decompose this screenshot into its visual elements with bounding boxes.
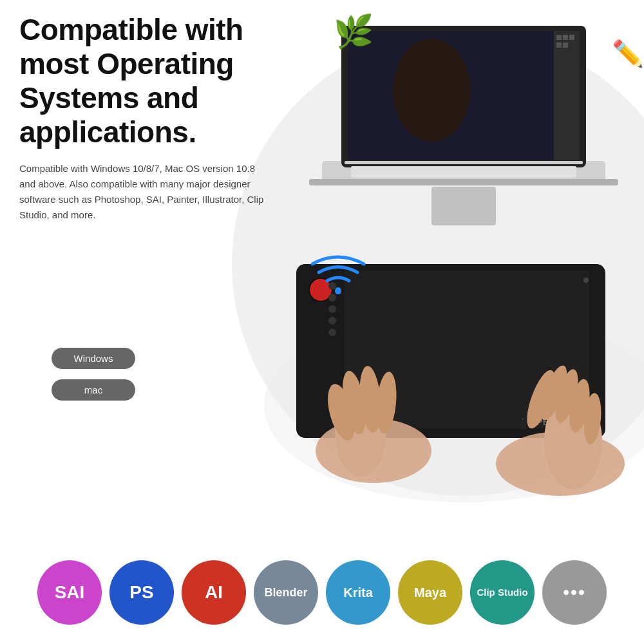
- mac-badge: mac: [52, 379, 135, 401]
- svg-rect-24: [328, 328, 336, 336]
- software-icons-row: SAI PS AI Blender Krita Maya Clip Studio…: [0, 560, 644, 625]
- svg-rect-14: [351, 166, 576, 178]
- more-icon: •••: [542, 560, 607, 625]
- sai-icon: SAI: [37, 560, 102, 625]
- page-wrapper: Compatible with most Operating Systems a…: [0, 0, 644, 644]
- svg-rect-22: [328, 305, 336, 313]
- svg-rect-8: [556, 35, 562, 40]
- svg-point-27: [583, 278, 589, 283]
- ps-icon: PS: [109, 560, 174, 625]
- wifi-icon: [309, 251, 367, 299]
- svg-rect-9: [563, 35, 568, 40]
- svg-rect-12: [563, 43, 568, 48]
- pencils-decoration: ✏️: [612, 39, 644, 69]
- svg-rect-23: [328, 317, 336, 325]
- svg-rect-11: [556, 43, 562, 48]
- svg-rect-10: [569, 35, 574, 40]
- ai-icon: AI: [182, 560, 246, 625]
- svg-rect-13: [345, 161, 583, 164]
- description-block: Compatible with Windows 10/8/7, Mac OS v…: [19, 161, 264, 223]
- svg-rect-1: [309, 179, 618, 185]
- description-text: Compatible with Windows 10/8/7, Mac OS v…: [19, 161, 264, 223]
- heading-block: Compatible with most Operating Systems a…: [19, 13, 316, 149]
- windows-badge: Windows: [52, 348, 135, 369]
- tablet-image: XP-PEN: [245, 213, 644, 509]
- blender-icon: Blender: [254, 560, 318, 625]
- plant-decoration: 🌿: [334, 13, 374, 50]
- svg-rect-7: [554, 31, 580, 160]
- krita-icon: Krita: [326, 560, 390, 625]
- svg-point-4: [393, 39, 470, 142]
- maya-icon: Maya: [398, 560, 462, 625]
- main-title: Compatible with most Operating Systems a…: [19, 13, 316, 149]
- svg-point-16: [335, 288, 341, 294]
- os-badges-list: Windows mac: [52, 348, 135, 401]
- clip-studio-icon: Clip Studio: [470, 560, 535, 625]
